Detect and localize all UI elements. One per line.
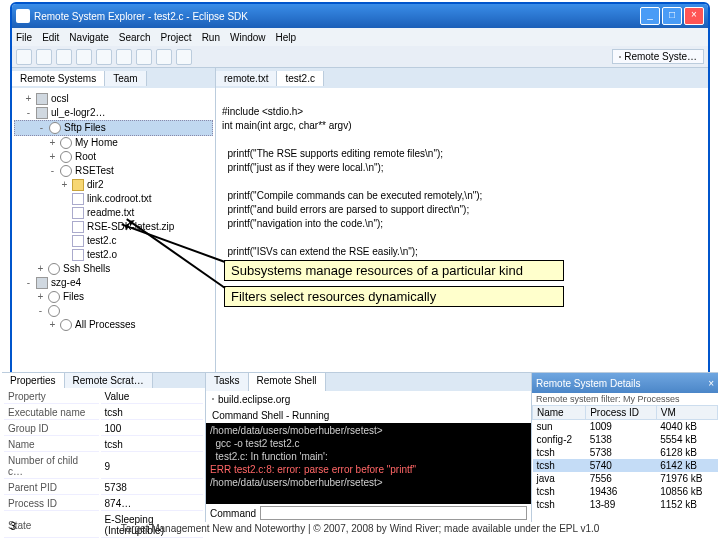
tab-properties[interactable]: Properties (10, 373, 65, 388)
host-icon (212, 398, 214, 400)
tree-item-allproc[interactable]: +All Processes (14, 318, 213, 332)
remote-shell-view: Tasks Remote Shell build.eclipse.org Com… (206, 373, 532, 498)
table-row: tcsh1943610856 kB (533, 485, 711, 498)
prop-row: Process ID874… (10, 497, 203, 498)
prop-row: Group ID100 (10, 422, 203, 436)
table-row: sun10094040 kB (533, 420, 711, 434)
table-row: tcsh57386128 kB (533, 446, 711, 459)
properties-table: PropertyValue Executable nametcsh Group … (10, 388, 205, 498)
table-row[interactable]: tcsh57406142 kB (533, 459, 711, 472)
tree-item-zip[interactable]: RSE-SDK-latest.zip (14, 220, 213, 234)
maximize-button[interactable]: □ (662, 7, 682, 25)
tree-item-myhome[interactable]: +My Home (14, 136, 213, 150)
menu-edit[interactable]: Edit (42, 32, 59, 43)
process-table: NameProcess IDVM sun10094040 kB config-2… (532, 405, 710, 498)
tab-team[interactable]: Team (105, 71, 146, 86)
properties-view: Properties Remote Scrat… PropertyValue E… (10, 373, 206, 498)
tab-remote-systems[interactable]: Remote Systems (12, 71, 105, 86)
tree-item-readme[interactable]: readme.txt (14, 206, 213, 220)
editor-tab-test2c[interactable]: test2.c (277, 71, 323, 86)
tree-item-dir2[interactable]: +dir2 (14, 178, 213, 192)
titlebar[interactable]: Remote System Explorer - test2.c - Eclip… (12, 4, 708, 28)
code-line: printf("ISVs can extend the RSE easily.\… (222, 246, 418, 257)
tree-item-local[interactable]: +ocsl (14, 92, 213, 106)
details-subtitle: Remote system filter: My Processes (532, 393, 710, 405)
tree-item-link[interactable]: link.codroot.txt (14, 192, 213, 206)
code-line: int main(int argc, char** argv) (222, 120, 352, 131)
prop-row: Number of child c…9 (10, 454, 203, 479)
slide-footer: Target Management New and Noteworthy | ©… (0, 523, 720, 534)
tree-item-szge4[interactable]: -szg-e4 (14, 276, 213, 290)
tree-item-files[interactable]: +Files (14, 290, 213, 304)
menu-search[interactable]: Search (119, 32, 151, 43)
tab-remote-scratch[interactable]: Remote Scrat… (65, 373, 153, 388)
tree-item-root[interactable]: +Root (14, 150, 213, 164)
tree-item-processes[interactable]: - (14, 304, 213, 318)
window-title: Remote System Explorer - test2.c - Eclip… (34, 11, 248, 22)
prop-row: Nametcsh (10, 438, 203, 452)
tree-item-sftp[interactable]: -Sftp Files (14, 120, 213, 136)
perspective-switcher[interactable]: Remote Syste… (612, 49, 704, 64)
table-row: config-251385554 kB (533, 433, 711, 446)
tree-item-rsetest[interactable]: -RSETest (14, 164, 213, 178)
code-line: printf("navigation into the code.\n"); (222, 218, 383, 229)
callout-subsystems: Subsystems manage resources of a particu… (224, 260, 564, 281)
tab-tasks[interactable]: Tasks (206, 373, 249, 391)
prop-row: Parent PID5738 (10, 481, 203, 495)
perspective-icon (619, 56, 621, 58)
app-window: Remote System Explorer - test2.c - Eclip… (10, 2, 710, 498)
tab-remote-shell[interactable]: Remote Shell (249, 373, 326, 391)
search-icon[interactable] (136, 49, 152, 65)
code-line: #include <stdio.h> (222, 106, 303, 117)
table-row: java755671976 kB (533, 472, 711, 485)
menu-run[interactable]: Run (202, 32, 220, 43)
code-line: printf("just as if they were local.\n"); (222, 162, 384, 173)
close-icon[interactable]: × (708, 378, 710, 389)
tree-item-ssh[interactable]: +Ssh Shells (14, 262, 213, 276)
code-line: printf("and build errors are parsed to s… (222, 204, 469, 215)
app-icon (16, 9, 30, 23)
callout-filters: Filters select resources dynamically (224, 286, 564, 307)
menu-window[interactable]: Window (230, 32, 266, 43)
extlink-icon[interactable] (116, 49, 132, 65)
nav-back-icon[interactable] (156, 49, 172, 65)
menubar: File Edit Navigate Search Project Run Wi… (12, 28, 708, 46)
code-line: printf("Compile commands can be executed… (222, 190, 482, 201)
save-icon[interactable] (36, 49, 52, 65)
close-button[interactable]: × (684, 7, 704, 25)
run-icon[interactable] (96, 49, 112, 65)
nav-fwd-icon[interactable] (176, 49, 192, 65)
shell-status: Command Shell - Running (206, 407, 531, 423)
tree-item-host[interactable]: -ul_e-logr2… (14, 106, 213, 120)
prop-row: Executable nametcsh (10, 406, 203, 420)
error-line: ERR test2.c:8: error: parse error before… (210, 464, 416, 475)
debug-icon[interactable] (76, 49, 92, 65)
shell-host: build.eclipse.org (218, 394, 290, 405)
toolbar: Remote Syste… (12, 46, 708, 68)
perspective-label: Remote Syste… (624, 51, 697, 62)
details-title: Remote System Details (536, 378, 640, 389)
menu-navigate[interactable]: Navigate (69, 32, 108, 43)
new-icon[interactable] (16, 49, 32, 65)
minimize-button[interactable]: _ (640, 7, 660, 25)
editor-tab-remote[interactable]: remote.txt (216, 71, 277, 86)
menu-project[interactable]: Project (161, 32, 192, 43)
menu-help[interactable]: Help (276, 32, 297, 43)
menu-file[interactable]: File (16, 32, 32, 43)
print-icon[interactable] (56, 49, 72, 65)
remote-system-details: Remote System Details× Remote system fil… (532, 373, 710, 498)
code-line: printf("The RSE supports editing remote … (222, 148, 443, 159)
terminal[interactable]: /home/data/users/moberhuber/rsetest> gcc… (206, 423, 531, 498)
